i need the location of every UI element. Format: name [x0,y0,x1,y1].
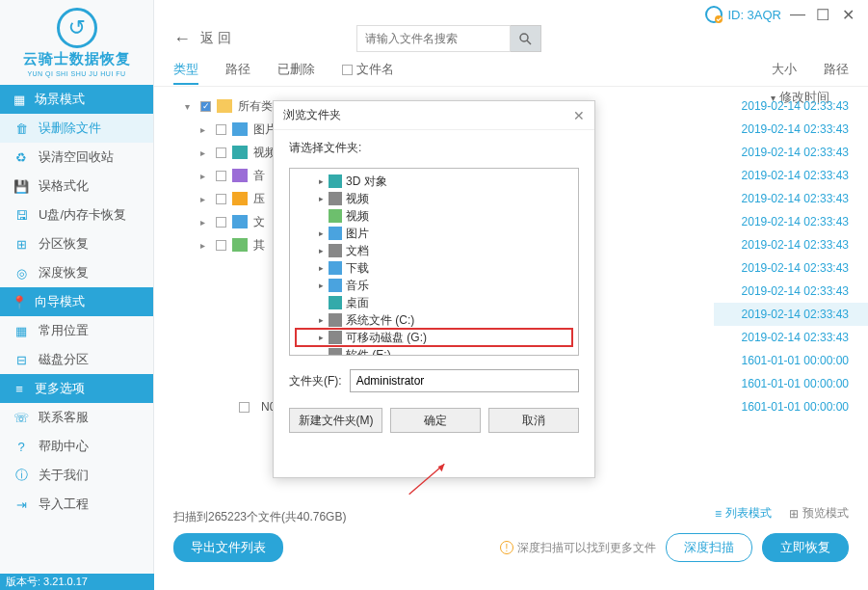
deep-scan-button[interactable]: 深度扫描 [666,533,752,562]
caret-right-icon[interactable]: ▸ [317,228,325,238]
usb-icon: 🖫 [13,208,29,223]
folder-tree-item[interactable]: ▸视频 [296,190,572,207]
video-icon [232,146,248,159]
deep-icon: ◎ [13,266,29,281]
search-button[interactable] [511,25,541,52]
new-folder-button[interactable]: 新建文件夹(M) [289,408,382,433]
sidebar-item-recycle[interactable]: ♻误清空回收站 [0,143,153,172]
tab-path[interactable]: 路径 [225,61,250,84]
caret-right-icon[interactable]: ▸ [317,281,325,290]
toolbar: ←返 回 [154,0,868,58]
help-icon: ? [13,440,29,454]
checkbox[interactable] [216,171,226,181]
folder-tree-item[interactable]: ▸文档 [296,242,572,259]
archive-icon [232,192,248,205]
column-tabs: 类型 路径 已删除 文件名 大小 路径 [154,58,868,87]
checkbox[interactable] [239,402,250,413]
scene-mode-header[interactable]: ▦场景模式 [0,85,153,114]
checkbox[interactable] [216,148,226,158]
checkbox-icon[interactable] [342,65,353,75]
other-icon [232,238,248,252]
caret-right-icon[interactable]: ▸ [200,171,210,181]
video-icon [329,192,342,205]
checkbox[interactable] [216,194,226,204]
dialog-close-button[interactable]: ✕ [573,108,585,123]
sidebar-item-import[interactable]: ⇥导入工程 [0,490,153,519]
svg-line-3 [527,40,531,44]
tab-filename[interactable]: 文件名 [342,61,394,84]
checkbox[interactable] [216,240,226,251]
folder-tree-item[interactable]: ▸下载 [296,259,572,277]
caret-right-icon[interactable]: ▸ [317,194,325,203]
sidebar-item-usb[interactable]: 🖫U盘/内存卡恢复 [0,201,153,229]
sidebar-item-disk-partition[interactable]: ⊟磁盘分区 [0,345,153,374]
sidebar-item-format[interactable]: 💾误格式化 [0,172,153,201]
svg-point-2 [520,34,528,41]
back-button[interactable]: ←返 回 [173,29,231,49]
caret-right-icon[interactable]: ▸ [200,124,210,135]
caret-right-icon[interactable]: ▸ [200,240,210,251]
ok-button[interactable]: 确定 [390,408,481,433]
folder-icon [217,99,232,113]
disk-icon: ⊟ [13,353,29,367]
doc-icon [232,215,248,228]
folder-tree-item[interactable]: ▸图片 [296,225,572,242]
recover-button[interactable]: 立即恢复 [762,533,849,562]
drive-icon [329,348,342,356]
checkbox[interactable] [216,124,226,135]
picture-icon [329,227,342,240]
brand-title: 云骑士数据恢复 [23,50,131,68]
wizard-mode-header[interactable]: 📍向导模式 [0,287,153,316]
dialog-prompt: 请选择文件夹: [289,140,579,156]
caret-right-icon[interactable]: ▸ [317,246,325,255]
caret-right-icon[interactable]: ▸ [200,194,210,204]
search-icon [518,32,532,45]
pin-icon: 📍 [12,295,27,309]
folder-name-field: 文件夹(F): [289,369,579,392]
search-input[interactable] [356,25,511,52]
sidebar-item-about[interactable]: ⓘ关于我们 [0,461,153,490]
folder-tree[interactable]: ▸3D 对象 ▸视频 视频 ▸图片 ▸文档 ▸下载 ▸音乐 桌面 ▸系统文件 (… [289,168,579,356]
checkbox[interactable] [200,101,211,112]
sidebar-item-partition[interactable]: ⊞分区恢复 [0,229,153,258]
caret-right-icon[interactable]: ▸ [317,333,325,342]
folder-label: 文件夹(F): [289,373,342,389]
folder-tree-item[interactable]: 桌面 [296,294,572,311]
sidebar-item-support[interactable]: ☏联系客服 [0,403,153,432]
bottom-bar: 扫描到265223个文件(共40.76GB) 导出文件列表 !深度扫描可以找到更… [173,509,849,562]
sidebar-item-deep[interactable]: ◎深度恢复 [0,258,153,287]
tab-deleted[interactable]: 已删除 [277,61,315,84]
caret-right-icon[interactable]: ▸ [200,217,210,228]
brand-sub: YUN QI SHI SHU JU HUI FU [27,70,125,77]
document-icon [329,244,342,257]
music-icon [329,279,342,292]
caret-right-icon[interactable]: ▸ [317,263,325,273]
menu-icon: ≡ [12,382,27,396]
folder-tree-item[interactable]: 视频 [296,207,572,225]
cancel-button[interactable]: 取消 [488,408,579,433]
sidebar-item-deleted-files[interactable]: 🗑误删除文件 [0,114,153,143]
folder-tree-item[interactable]: 软件 (E:) [296,346,572,356]
checkbox[interactable] [216,217,226,228]
scan-info: 扫描到265223个文件(共40.76GB) [173,509,849,525]
folder-input[interactable] [350,369,579,392]
caret-right-icon[interactable]: ▸ [317,315,325,325]
caret-right-icon[interactable]: ▸ [200,148,210,158]
sidebar-item-locations[interactable]: ▦常用位置 [0,316,153,345]
folder-tree-item-selected[interactable]: ▸可移动磁盘 (G:) [296,329,572,346]
warn-icon: ! [500,541,513,554]
col-path[interactable]: 路径 [824,61,849,84]
logo: 云骑士数据恢复 YUN QI SHI SHU JU HUI FU [0,0,153,85]
more-header[interactable]: ≡更多选项 [0,374,153,403]
sheet-icon [329,209,342,223]
caret-down-icon[interactable]: ▾ [185,101,195,112]
sidebar-item-help[interactable]: ?帮助中心 [0,432,153,461]
scene-icon: ▦ [12,93,27,107]
col-size[interactable]: 大小 [772,61,797,84]
folder-tree-item[interactable]: ▸音乐 [296,277,572,294]
export-button[interactable]: 导出文件列表 [173,533,283,562]
tab-type[interactable]: 类型 [173,61,198,84]
folder-tree-item[interactable]: ▸3D 对象 [296,173,572,190]
folder-tree-item[interactable]: ▸系统文件 (C:) [296,311,572,329]
caret-right-icon[interactable]: ▸ [317,176,325,186]
